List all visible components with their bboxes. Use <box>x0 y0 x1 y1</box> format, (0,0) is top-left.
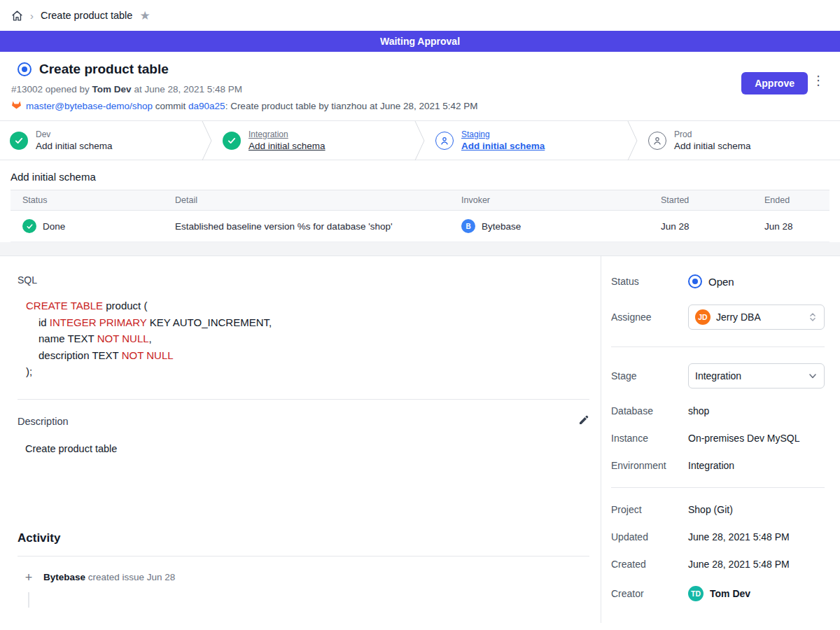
commit-word: commit <box>153 101 188 111</box>
status-value: Open <box>708 276 734 288</box>
stage-task: Add initial schema <box>674 141 751 151</box>
field-value: shop <box>688 405 825 416</box>
creator-value: Tom Dev <box>710 588 750 599</box>
environment-row: Environment Integration <box>611 460 825 471</box>
stage-name: Integration <box>248 130 326 139</box>
description-heading: Description <box>18 416 69 427</box>
project-row: Project Shop (Git) <box>611 504 825 515</box>
avatar: TD <box>688 586 704 601</box>
pipeline-stage-staging[interactable]: StagingAdd initial schema <box>426 121 627 160</box>
check-icon <box>10 132 28 150</box>
table-row: Done Established baseline version %s for… <box>10 211 830 242</box>
breadcrumb-title: Create product table <box>41 10 132 21</box>
col-started: Started <box>649 195 752 205</box>
timeline-line <box>28 592 29 608</box>
home-icon[interactable] <box>11 10 23 22</box>
person-icon <box>648 132 666 150</box>
pipeline-stage-dev[interactable]: DevAdd initial schema <box>0 121 202 160</box>
activity-actor: Bytebase <box>43 572 85 582</box>
started-cell: Jun 28 <box>649 221 752 232</box>
detail-cell: Established baseline version %s for data… <box>163 221 449 232</box>
open-status-icon <box>688 274 702 288</box>
sql-keyword: NOT NULL <box>97 332 149 344</box>
field-value: On-premises Dev MySQL <box>688 433 825 444</box>
check-icon <box>223 132 241 150</box>
stage-task: Add initial schema <box>36 141 113 151</box>
meta-author: Tom Dev <box>92 84 132 94</box>
branch-link[interactable]: master@bytebase-demo/shop <box>26 101 153 111</box>
sql-keyword: NOT NULL <box>122 349 174 361</box>
stage-task: Add initial schema <box>461 141 545 151</box>
approve-button[interactable]: Approve <box>741 72 808 94</box>
updated-row: Updated June 28, 2021 5:48 PM <box>611 531 825 542</box>
invoker-cell: BBytebase <box>449 219 649 233</box>
assignee-value: Jerry DBA <box>716 312 761 323</box>
breadcrumb: › Create product table ★ <box>0 0 840 31</box>
field-label: Environment <box>611 460 688 471</box>
avatar: JD <box>695 309 710 325</box>
stage-name: Prod <box>674 130 751 139</box>
sql-text: ); <box>26 365 32 377</box>
field-label: Project <box>611 504 688 515</box>
field-value: Integration <box>688 460 825 471</box>
approval-banner: Waiting Approval <box>0 31 840 52</box>
assignee-label: Assignee <box>611 312 688 323</box>
sql-text: KEY AUTO_INCREMENT, <box>146 316 272 328</box>
field-value: June 28, 2021 5:48 PM <box>688 559 825 570</box>
issue-sidebar: Status Open Assignee JD Jerry DBA Stage … <box>601 256 840 623</box>
chevron-right-icon: › <box>30 10 34 22</box>
field-label: Instance <box>611 433 688 444</box>
assignee-select[interactable]: JD Jerry DBA <box>688 304 825 330</box>
sql-keyword: CREATE TABLE <box>26 300 103 312</box>
pipeline-stage-prod[interactable]: ProdAdd initial schema <box>638 121 840 160</box>
database-row: Database shop <box>611 405 825 416</box>
status-label: Status <box>611 276 688 287</box>
done-check-icon <box>22 219 36 233</box>
task-table-header: Status Detail Invoker Started Ended <box>10 190 830 211</box>
issue-body: SQL CREATE TABLE product ( id INTEGER PR… <box>0 256 601 623</box>
sql-keyword: INTEGER PRIMARY <box>50 316 147 328</box>
stage-value: Integration <box>695 370 741 382</box>
sql-text: description TEXT <box>38 349 122 361</box>
star-icon[interactable]: ★ <box>139 10 150 22</box>
activity-heading: Activity <box>18 531 589 545</box>
field-value: Shop (Git) <box>688 504 825 515</box>
field-label: Creator <box>611 588 688 599</box>
section-divider-band <box>0 242 840 256</box>
page-title: Create product table <box>39 62 169 77</box>
person-icon <box>435 132 454 150</box>
created-row: Created June 28, 2021 5:48 PM <box>611 559 825 570</box>
field-value: June 28, 2021 5:48 PM <box>688 531 825 542</box>
pipeline-stage-integration[interactable]: IntegrationAdd initial schema <box>213 121 414 160</box>
stage-select[interactable]: Integration <box>688 363 825 388</box>
sql-text: product ( <box>103 300 147 312</box>
gitlab-icon <box>11 99 22 112</box>
field-label: Updated <box>611 531 688 542</box>
stage-separator <box>414 121 426 160</box>
stage-task: Add initial schema <box>248 141 326 151</box>
col-invoker: Invoker <box>449 195 649 205</box>
chevron-down-icon <box>808 371 818 381</box>
issue-meta: #13002 opened by Tom Dev at June 28, 202… <box>11 84 829 94</box>
edit-pencil-icon[interactable] <box>578 414 589 428</box>
divider <box>611 487 825 488</box>
description-text: Create product table <box>18 443 589 454</box>
stage-row: Stage Integration <box>611 363 825 388</box>
sql-code: CREATE TABLE product ( id INTEGER PRIMAR… <box>18 298 589 380</box>
stage-name: Staging <box>461 130 545 139</box>
plus-icon[interactable]: + <box>24 571 34 584</box>
col-detail: Detail <box>163 195 449 205</box>
creator-row: Creator TDTom Dev <box>611 586 825 601</box>
open-status-icon <box>18 62 31 76</box>
activity-action: created issue Jun 28 <box>85 572 175 582</box>
kebab-menu-icon[interactable]: ⋮ <box>812 74 825 87</box>
meta-middle: at <box>132 84 145 94</box>
stage-label: Stage <box>611 370 688 382</box>
banner-text: Waiting Approval <box>380 36 460 47</box>
sql-text: , <box>149 332 152 344</box>
commit-hash-link[interactable]: da90a25 <box>188 101 225 111</box>
activity-item: + Bytebase created issue Jun 28 <box>18 571 589 584</box>
divider <box>18 399 589 400</box>
sql-text: id <box>38 316 50 328</box>
assignee-row: Assignee JD Jerry DBA <box>611 304 825 330</box>
